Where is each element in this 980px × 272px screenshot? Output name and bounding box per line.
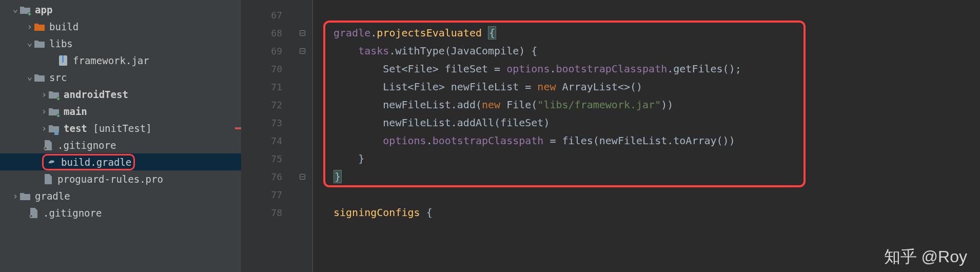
fold-toggle-icon[interactable]: − xyxy=(300,30,305,36)
chevron-right-icon[interactable] xyxy=(40,89,48,100)
project-tree[interactable]: app build libs framework.jar src android… xyxy=(0,0,241,272)
tree-item-gitignore[interactable]: .gitignore xyxy=(0,137,241,153)
chevron-right-icon[interactable] xyxy=(26,21,34,32)
line-gutter: 67 68 69 70 71 72 73 74 75 76 77 78 xyxy=(241,0,292,272)
tree-label: androidTest xyxy=(64,89,128,100)
chevron-down-icon[interactable] xyxy=(26,72,34,83)
tree-item-libs[interactable]: libs xyxy=(0,35,241,52)
chevron-right-icon[interactable] xyxy=(40,106,48,116)
chevron-right-icon[interactable] xyxy=(11,190,19,201)
folder-icon xyxy=(34,72,45,83)
chevron-right-icon[interactable] xyxy=(40,123,48,133)
fold-end-icon[interactable]: − xyxy=(300,174,305,180)
line-number: 74 xyxy=(241,132,282,150)
line-number: 75 xyxy=(241,150,282,168)
line-number: 77 xyxy=(241,186,282,204)
line-number: 69 xyxy=(241,42,282,60)
tree-label: build.gradle xyxy=(61,157,131,168)
tree-label: libs xyxy=(49,38,73,49)
folder-icon xyxy=(19,190,31,202)
code-editor[interactable]: 67 68 69 70 71 72 73 74 75 76 77 78 − − … xyxy=(241,0,980,272)
file-icon xyxy=(42,140,53,151)
tree-label: build xyxy=(49,21,79,32)
tree-item-app[interactable]: app xyxy=(0,1,241,18)
tree-item-gradle[interactable]: gradle xyxy=(0,187,241,204)
line-number: 70 xyxy=(241,60,282,78)
svg-rect-1 xyxy=(62,55,64,63)
chevron-down-icon[interactable] xyxy=(11,4,19,15)
line-number: 78 xyxy=(241,204,282,222)
tree-label: src xyxy=(49,72,67,83)
watermark: 知乎 @Roy xyxy=(884,248,967,266)
folder-icon xyxy=(48,123,60,134)
tree-item-gitignore-2[interactable]: .gitignore xyxy=(0,204,241,221)
tree-item-src[interactable]: src xyxy=(0,69,241,86)
line-number: 71 xyxy=(241,78,282,96)
tree-label: gradle xyxy=(35,190,70,202)
file-icon xyxy=(28,207,39,219)
fold-column[interactable]: − − − xyxy=(292,0,313,272)
tree-label: proguard-rules.pro xyxy=(57,173,163,185)
code-content[interactable]: gradle.projectsEvaluated { tasks.withTyp… xyxy=(313,0,980,272)
tree-item-build-gradle[interactable]: build.gradle xyxy=(0,153,241,170)
tree-label: .gitignore xyxy=(43,207,102,219)
tree-item-framework-jar[interactable]: framework.jar xyxy=(0,52,241,69)
tree-label: test [unitTest] xyxy=(64,123,152,134)
folder-icon xyxy=(34,21,45,32)
line-number: 72 xyxy=(241,96,282,114)
tree-item-proguard[interactable]: proguard-rules.pro xyxy=(0,170,241,187)
gradle-icon xyxy=(46,157,57,168)
tree-item-main[interactable]: main xyxy=(0,103,241,120)
fold-toggle-icon[interactable]: − xyxy=(300,48,305,54)
chevron-down-icon[interactable] xyxy=(26,38,34,49)
tree-label: main xyxy=(64,106,87,117)
folder-icon xyxy=(19,4,31,15)
tree-label: .gitignore xyxy=(57,140,116,151)
svg-point-3 xyxy=(30,215,33,218)
tree-item-androidtest[interactable]: androidTest xyxy=(0,86,241,103)
line-number: 68 xyxy=(241,24,282,42)
modified-marker xyxy=(235,127,241,129)
tree-label: framework.jar xyxy=(73,55,149,66)
svg-point-2 xyxy=(44,147,47,150)
folder-icon xyxy=(48,89,60,100)
tree-item-build[interactable]: build xyxy=(0,18,241,35)
line-number: 67 xyxy=(241,6,282,24)
folder-icon xyxy=(34,38,45,49)
line-number: 76 xyxy=(241,168,282,186)
archive-icon xyxy=(57,55,69,66)
tree-item-test[interactable]: test [unitTest] xyxy=(0,120,241,137)
tree-label: app xyxy=(35,4,52,15)
folder-icon xyxy=(48,106,60,117)
file-icon xyxy=(42,173,53,185)
line-number: 73 xyxy=(241,114,282,132)
